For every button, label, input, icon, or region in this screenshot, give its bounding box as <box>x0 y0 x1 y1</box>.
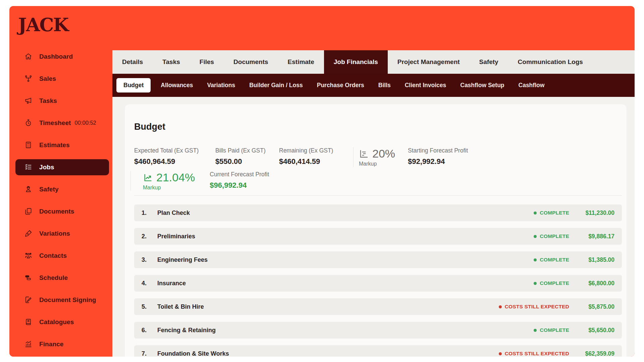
status-text: COSTS STILL EXPECTED <box>505 351 569 357</box>
timesheet-timer: 00:00:52 <box>75 120 96 126</box>
tab-project-management[interactable]: Project Management <box>388 50 470 74</box>
status-dot-icon <box>499 305 502 308</box>
tab-estimate[interactable]: Estimate <box>278 50 324 74</box>
hard-hat-person-icon <box>24 185 32 193</box>
megaphone-icon <box>24 97 32 105</box>
subtab-allowances[interactable]: Allowances <box>154 82 200 89</box>
row-number: 7. <box>142 350 157 357</box>
sidebar-item-label: Catalogues <box>39 318 74 326</box>
budget-row-insurance[interactable]: 4. Insurance COMPLETE $6,800.00 <box>134 275 622 292</box>
row-number: 3. <box>142 256 157 263</box>
sidebar-item-jobs[interactable]: Jobs <box>15 159 109 175</box>
budget-row-toilet-bin-hire[interactable]: 5. Toilet & Bin Hire COSTS STILL EXPECTE… <box>134 298 622 315</box>
subtab-budget[interactable]: Budget <box>116 78 151 93</box>
row-amount: $62,359.09 <box>569 350 614 357</box>
row-name: Plan Check <box>157 209 190 217</box>
sidebar-item-label: Jobs <box>39 164 54 171</box>
status-badge: COMPLETE <box>534 210 569 216</box>
budget-summary-row-2: 21.04% Markup Current Forecast Profit $9… <box>134 171 622 191</box>
tab-tasks[interactable]: Tasks <box>153 50 190 74</box>
sidebar-item-timesheet[interactable]: Timesheet 00:00:52 <box>15 115 109 131</box>
status-badge: COMPLETE <box>534 233 569 239</box>
documents-icon <box>24 207 32 216</box>
sidebar-item-contacts[interactable]: Contacts <box>15 248 109 264</box>
budget-row-fencing-retaining[interactable]: 6. Fencing & Retaining COMPLETE $5,650.0… <box>134 322 622 339</box>
current-markup-label: Markup <box>143 185 195 191</box>
sidebar-item-safety[interactable]: Safety <box>15 181 109 197</box>
sidebar-item-variations[interactable]: Variations <box>15 226 109 242</box>
home-icon <box>24 53 32 61</box>
current-markup-value-row: 21.04% <box>143 171 195 184</box>
tab-documents[interactable]: Documents <box>224 50 278 74</box>
subtab-bills[interactable]: Bills <box>371 82 398 89</box>
status-text: COMPLETE <box>540 327 569 333</box>
status-badge: COSTS STILL EXPECTED <box>499 304 569 310</box>
status-badge: COMPLETE <box>534 327 569 333</box>
starting-markup-value: 20% <box>372 147 395 160</box>
tab-communication-logs[interactable]: Communication Logs <box>508 50 593 74</box>
sidebar-item-estimates[interactable]: Estimates <box>15 137 109 153</box>
budget-row-engineering-fees[interactable]: 3. Engineering Fees COMPLETE $1,385.00 <box>134 251 622 268</box>
sidebar-item-label: Contacts <box>39 252 67 259</box>
row-amount: $6,800.00 <box>569 280 614 287</box>
sidebar-item-schedule[interactable]: Schedule <box>15 270 109 286</box>
sidebar-item-label: Safety <box>39 186 59 193</box>
sidebar: JACK Dashboard Sales Tasks Timesheet 00:… <box>9 6 112 357</box>
tab-files[interactable]: Files <box>190 50 224 74</box>
status-badge: COSTS STILL EXPECTED <box>499 351 569 357</box>
stat-label: Starting Forecast Profit <box>408 147 468 154</box>
sidebar-item-documents[interactable]: Documents <box>15 203 109 220</box>
pen-nib-icon <box>24 230 32 238</box>
finance-chart-icon <box>24 340 32 348</box>
stat-expected-total: Expected Total (Ex GST) $460,964.59 <box>134 147 215 166</box>
subtab-purchase-orders[interactable]: Purchase Orders <box>310 82 371 89</box>
budget-row-preliminaries[interactable]: 2. Preliminaries COMPLETE $9,886.17 <box>134 228 622 245</box>
sidebar-item-label: Dashboard <box>39 53 73 60</box>
stat-current-forecast-profit: Current Forecast Profit $96,992.94 <box>210 171 269 190</box>
stat-value: $460,964.59 <box>134 157 215 166</box>
sidebar-item-dashboard[interactable]: Dashboard <box>15 49 109 65</box>
main-area: Details Tasks Files Documents Estimate J… <box>112 6 635 357</box>
tab-details[interactable]: Details <box>112 50 153 74</box>
stat-label: Remaining (Ex GST) <box>279 147 353 154</box>
sidebar-item-sales[interactable]: Sales <box>15 71 109 87</box>
sidebar-item-finance[interactable]: Finance <box>15 336 109 352</box>
subtab-builder-gain-loss[interactable]: Builder Gain / Loss <box>242 82 310 89</box>
app-window: JACK Dashboard Sales Tasks Timesheet 00:… <box>9 6 635 357</box>
stat-remaining: Remaining (Ex GST) $460,414.59 <box>279 147 353 166</box>
section-divider <box>134 195 622 196</box>
status-text: COSTS STILL EXPECTED <box>505 304 569 310</box>
subtab-variations[interactable]: Variations <box>200 82 243 89</box>
job-tabbar: Details Tasks Files Documents Estimate J… <box>112 50 635 74</box>
sidebar-item-label: Tasks <box>39 97 57 105</box>
tab-safety[interactable]: Safety <box>470 50 508 74</box>
sidebar-item-label: Timesheet <box>39 119 71 127</box>
subtab-cashflow-setup[interactable]: Cashflow Setup <box>453 82 511 89</box>
row-number: 5. <box>142 303 157 310</box>
stopwatch-icon <box>24 119 32 127</box>
budget-row-foundation-site-works[interactable]: 7. Foundation & Site Works COSTS STILL E… <box>134 345 622 357</box>
page-frame: JACK Dashboard Sales Tasks Timesheet 00:… <box>0 0 644 362</box>
sidebar-item-document-signing[interactable]: Document Signing <box>15 292 109 308</box>
budget-card: Budget Expected Total (Ex GST) $460,964.… <box>125 104 627 357</box>
starting-markup-block: 20% Markup <box>353 147 395 167</box>
status-badge: COMPLETE <box>534 280 569 286</box>
sidebar-item-label: Sales <box>39 75 56 82</box>
org-chart-icon <box>24 75 32 83</box>
tab-job-financials[interactable]: Job Financials <box>324 50 388 74</box>
status-dot-icon <box>534 282 537 285</box>
subtab-cashflow[interactable]: Cashflow <box>512 82 552 89</box>
sidebar-item-label: Document Signing <box>39 296 96 304</box>
starting-markup-value-row: 20% <box>359 147 395 160</box>
subtab-client-invoices[interactable]: Client Invoices <box>398 82 453 89</box>
sidebar-item-label: Schedule <box>39 274 68 282</box>
sidebar-item-tasks[interactable]: Tasks <box>15 93 109 109</box>
status-badge: COMPLETE <box>534 257 569 263</box>
status-dot-icon <box>534 212 537 215</box>
budget-row-plan-check[interactable]: 1. Plan Check COMPLETE $11,230.00 <box>134 204 622 221</box>
status-text: COMPLETE <box>540 210 569 216</box>
gantt-icon <box>24 274 32 282</box>
stat-value: $96,992.94 <box>210 181 269 190</box>
status-text: COMPLETE <box>540 257 569 263</box>
sidebar-item-catalogues[interactable]: Catalogues <box>15 314 109 330</box>
